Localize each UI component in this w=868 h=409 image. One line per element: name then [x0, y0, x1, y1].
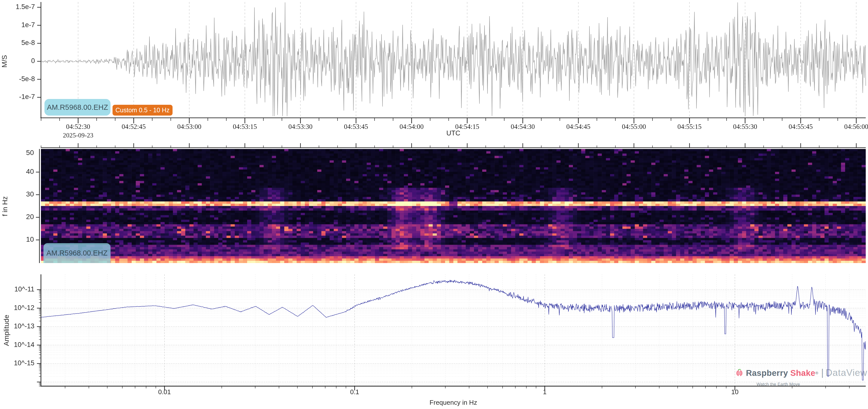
dataview-app: RaspberryShake®|DataView Watch the Earth… — [0, 0, 868, 409]
raspberry-shake-logo: RaspberryShake®|DataView Watch the Earth… — [735, 364, 867, 387]
logo-product: DataView — [826, 368, 867, 378]
svg-text:10: 10 — [732, 388, 739, 396]
svg-text:10^-11: 10^-11 — [14, 285, 34, 293]
svg-text:0.01: 0.01 — [158, 388, 171, 396]
svg-text:30: 30 — [26, 190, 34, 198]
svg-text:04:55:45: 04:55:45 — [788, 123, 813, 130]
svg-text:04:52:45: 04:52:45 — [122, 123, 146, 130]
svg-text:1.5e-7: 1.5e-7 — [16, 3, 35, 10]
svg-text:10^-15: 10^-15 — [14, 359, 34, 367]
svg-text:04:53:30: 04:53:30 — [288, 123, 312, 130]
station-badge-waveform[interactable]: AM.R5968.00.EHZ — [44, 99, 111, 116]
spectrum-x-axis-title: Frequency in Hz — [418, 399, 489, 407]
svg-text:04:53:00: 04:53:00 — [177, 123, 202, 130]
svg-text:40: 40 — [26, 168, 34, 175]
svg-text:50: 50 — [26, 149, 34, 156]
svg-text:04:54:30: 04:54:30 — [510, 123, 535, 130]
svg-text:20: 20 — [26, 213, 34, 221]
svg-text:1: 1 — [543, 388, 547, 396]
station-badge-label: AM.R5968.00.EHZ — [46, 249, 107, 257]
svg-text:-1e-7: -1e-7 — [19, 93, 35, 100]
svg-text:10^-14: 10^-14 — [14, 341, 34, 348]
logo-separator: | — [821, 367, 824, 378]
time-axis-unit-label: UTC — [441, 129, 466, 137]
logo-tagline: Watch the Earth Move — [756, 382, 867, 387]
filter-badge-label: Custom 0.5 - 10 Hz — [116, 107, 169, 114]
logo-brand-secondary: Shake — [790, 368, 815, 378]
svg-text:04:54:00: 04:54:00 — [400, 123, 424, 130]
svg-text:5e-8: 5e-8 — [21, 39, 35, 47]
spectrogram-y-axis-title: f in Hz — [1, 191, 9, 221]
svg-text:04:55:00: 04:55:00 — [622, 123, 646, 130]
svg-text:0.1: 0.1 — [350, 388, 359, 396]
spectrum-y-axis-title: Amplitude — [2, 310, 10, 350]
svg-text:1e-7: 1e-7 — [21, 21, 35, 29]
svg-text:04:53:15: 04:53:15 — [233, 123, 257, 130]
logo-brand-primary: Raspberry — [746, 368, 788, 378]
svg-text:10: 10 — [26, 235, 34, 243]
station-badge-label: AM.R5968.00.EHZ — [47, 103, 108, 112]
filter-badge[interactable]: Custom 0.5 - 10 Hz — [113, 105, 173, 116]
svg-text:04:55:30: 04:55:30 — [733, 123, 757, 130]
svg-text:10^-12: 10^-12 — [14, 304, 34, 312]
svg-text:04:55:15: 04:55:15 — [677, 123, 702, 130]
svg-text:04:53:45: 04:53:45 — [344, 123, 368, 130]
waveform-y-axis-title: M/S — [0, 46, 8, 77]
svg-text:04:54:45: 04:54:45 — [566, 123, 590, 130]
station-badge-spectrogram[interactable]: AM.R5968.00.EHZ — [43, 243, 111, 263]
svg-text:04:52:30: 04:52:30 — [66, 123, 90, 130]
raspberry-icon — [735, 364, 743, 381]
date-label: 2025-09-23 — [58, 132, 98, 139]
registered-mark: ® — [815, 371, 818, 375]
svg-text:04:56:00: 04:56:00 — [844, 123, 868, 130]
svg-text:-5e-8: -5e-8 — [19, 75, 35, 83]
svg-text:10^-13: 10^-13 — [14, 322, 34, 330]
svg-text:0: 0 — [31, 57, 35, 64]
spectrogram-heatmap[interactable] — [41, 149, 866, 263]
